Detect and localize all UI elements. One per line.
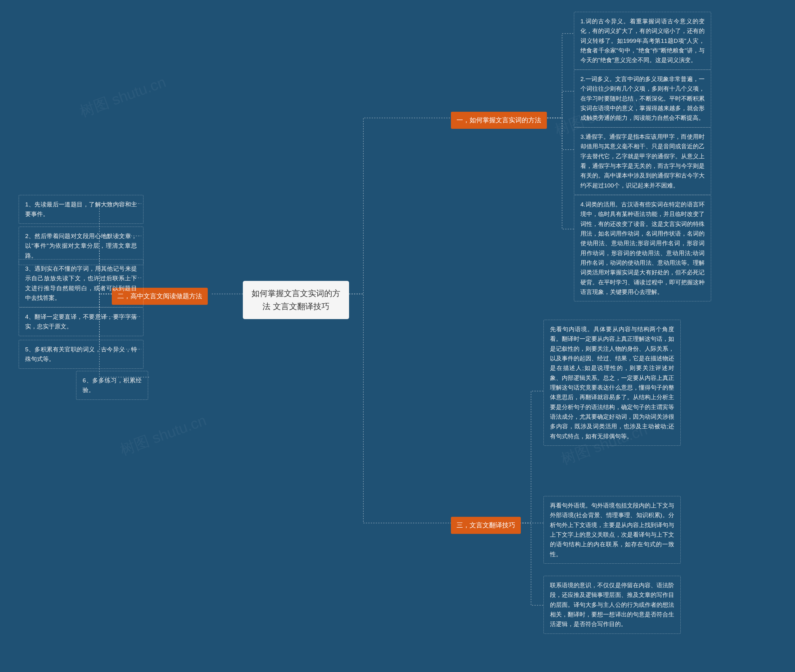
watermark: 树图 shutu.cn (77, 72, 168, 122)
branch-3[interactable]: 三，文言文翻译技巧 (451, 517, 521, 534)
leaf-3-3[interactable]: 联系语境的意识，不仅仅是停留在内容、语法阶段，还应推及逻辑事理层面、推及文章的写… (543, 576, 681, 634)
branch-1[interactable]: 一，如何掌握文言实词的方法 (451, 112, 547, 129)
center-line1: 如何掌握文言文实词的方 (251, 287, 341, 300)
leaf-1-3[interactable]: 3.通假字。通假字是指本应该用甲字，而使用时却借用与其意义毫不相干、只是音同或音… (574, 127, 711, 195)
leaf-1-1[interactable]: 1.词的古今异义。着重掌握词语古今意义的变化，有的词义扩大了，有的词义缩小了，还… (574, 12, 711, 70)
leaf-2-5[interactable]: 5、多积累有关官职的词义，古今异义，特殊句式等。 (19, 340, 143, 369)
leaf-1-4[interactable]: 4.词类的活用。古汉语有些实词在特定的语言环境中，临时具有某种语法功能，并且临时… (574, 195, 711, 301)
center-line2: 法 文言文翻译技巧 (251, 300, 341, 313)
leaf-3-2[interactable]: 再看句外语境。句外语境包括文段内的上下文与外部语境(社会背景、情理事理、知识积累… (543, 496, 681, 564)
leaf-3-1[interactable]: 先看句内语境。具体要从内容与结构两个角度看。翻译时一定要从内容上真正理解这句话，… (543, 320, 681, 446)
leaf-2-4[interactable]: 4、翻译一定要直译，不要意译，要字字落实，忠实于原文。 (19, 307, 143, 336)
watermark: 树图 shutu.cn (117, 410, 209, 460)
leaf-2-3[interactable]: 3、遇到实在不懂的字词，用其他记号来提示自己放放先读下文，也许过后联系上下文进行… (19, 259, 143, 307)
leaf-2-6[interactable]: 6、多多练习，积累经验。 (76, 371, 148, 400)
leaf-2-1[interactable]: 1、先读最后一道题目，了解大致内容和主要事件。 (19, 195, 143, 224)
leaf-1-2[interactable]: 2.一词多义。文言中词的多义现象非常普遍，一个词往往少则有几个义项，多则有十几个… (574, 70, 711, 128)
center-topic[interactable]: 如何掌握文言文实词的方 法 文言文翻译技巧 (243, 281, 349, 319)
